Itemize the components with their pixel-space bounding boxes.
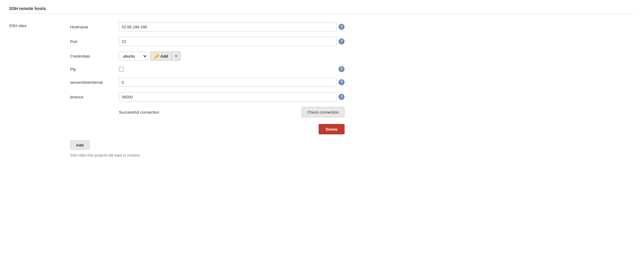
credentials-add-dropdown-button[interactable]: ▼	[172, 51, 181, 61]
server-alive-label: serverAliveInterval	[70, 80, 119, 85]
bottom-add-button[interactable]: Add	[70, 140, 89, 150]
pty-label: Pty	[70, 67, 119, 72]
port-input[interactable]	[119, 37, 337, 46]
port-help-icon[interactable]: ?	[338, 38, 345, 44]
server-alive-row: serverAliveInterval ?	[70, 78, 345, 87]
hostname-input-wrap: ?	[119, 22, 345, 31]
pty-checkbox[interactable]	[119, 67, 124, 72]
timeout-label: timeout	[70, 95, 119, 99]
status-row: Successfull connection Check connection	[70, 107, 345, 117]
hostname-help-icon[interactable]: ?	[338, 24, 345, 30]
timeout-input[interactable]	[119, 92, 337, 101]
check-connection-button[interactable]: Check connection	[302, 107, 345, 117]
timeout-row: timeout ?	[70, 92, 345, 101]
credentials-select[interactable]: ubuntu	[119, 51, 148, 61]
status-text: Successfull connection	[119, 110, 159, 115]
delete-row: Delete	[70, 121, 345, 134]
help-text: SSH sites that projects will want to con…	[70, 153, 345, 158]
page-title: SSH remote hosts	[9, 6, 635, 14]
credentials-add-button[interactable]: 🔑 Add	[150, 51, 172, 61]
credentials-row: Credentials ubuntu 🔑 Add ▼	[70, 51, 345, 61]
port-row: Port ?	[70, 37, 345, 46]
credentials-input-wrap: ubuntu 🔑 Add ▼	[119, 51, 345, 61]
port-input-wrap: ?	[119, 37, 345, 46]
add-btn-group: 🔑 Add ▼	[150, 51, 181, 61]
hostname-row: Hostname ?	[70, 22, 345, 31]
pty-input-wrap: ?	[119, 66, 345, 72]
port-label: Port	[70, 39, 119, 44]
timeout-input-wrap: ?	[119, 92, 345, 101]
key-icon: 🔑	[154, 54, 159, 58]
server-alive-input[interactable]	[119, 78, 337, 87]
bottom-section: Add SSH sites that projects will want to…	[70, 140, 345, 158]
credentials-label: Credentials	[70, 54, 119, 58]
pty-help-icon[interactable]: ?	[338, 66, 345, 72]
server-alive-input-wrap: ?	[119, 78, 345, 87]
pty-row: Pty ?	[70, 66, 345, 72]
hostname-input[interactable]	[119, 22, 337, 31]
timeout-help-icon[interactable]: ?	[338, 94, 345, 100]
section-label: SSH sites	[9, 22, 70, 158]
server-alive-help-icon[interactable]: ?	[338, 79, 345, 85]
add-btn-label: Add	[160, 54, 168, 58]
delete-button[interactable]: Delete	[319, 124, 345, 134]
hostname-label: Hostname	[70, 25, 119, 29]
